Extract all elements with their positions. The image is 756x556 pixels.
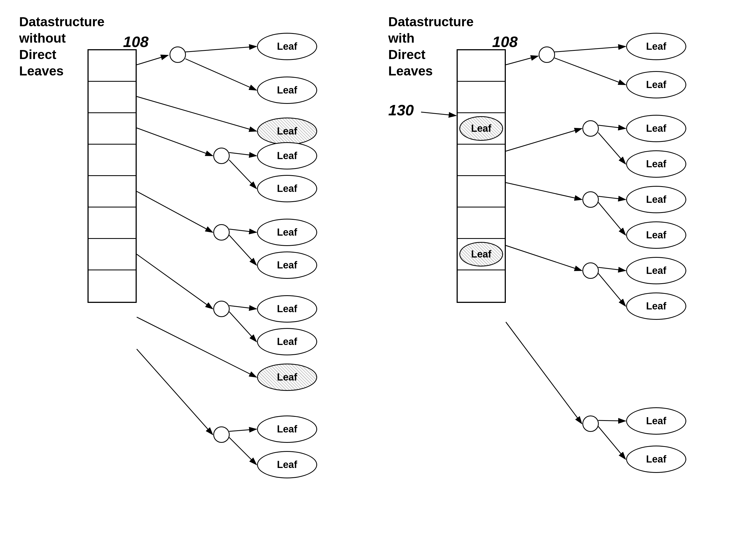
right-label-108: 108 bbox=[492, 33, 518, 50]
left-node-5 bbox=[213, 426, 230, 443]
svg-line-32 bbox=[506, 322, 582, 424]
left-leaf-9: Leaf bbox=[257, 328, 317, 355]
svg-line-20 bbox=[554, 46, 626, 52]
svg-line-23 bbox=[506, 129, 582, 151]
svg-line-6 bbox=[229, 152, 256, 156]
svg-line-2 bbox=[185, 46, 256, 52]
svg-line-3 bbox=[185, 59, 256, 90]
right-node-5 bbox=[582, 416, 599, 432]
left-node-4 bbox=[213, 301, 230, 317]
svg-line-31 bbox=[598, 273, 626, 306]
right-leaf-7: Leaf bbox=[626, 257, 686, 284]
left-leaf-4: Leaf bbox=[257, 142, 317, 170]
svg-line-10 bbox=[229, 235, 256, 265]
svg-line-9 bbox=[229, 229, 256, 232]
right-cell-1 bbox=[458, 50, 505, 82]
svg-line-33 bbox=[598, 420, 626, 421]
svg-line-28 bbox=[598, 202, 626, 235]
right-node-2 bbox=[582, 120, 599, 137]
left-leaf-10-dotted: Leaf bbox=[257, 363, 317, 391]
left-leaf-5: Leaf bbox=[257, 175, 317, 202]
left-node-2 bbox=[213, 148, 230, 164]
svg-line-34 bbox=[598, 426, 626, 459]
svg-line-22 bbox=[421, 112, 456, 116]
right-leaf-5: Leaf bbox=[626, 186, 686, 213]
right-leaf-8: Leaf bbox=[626, 292, 686, 320]
right-array-block: Leaf Leaf bbox=[457, 49, 506, 303]
svg-line-5 bbox=[137, 128, 213, 156]
left-cell-3 bbox=[89, 113, 136, 145]
left-diagram: Datastructure without Direct Leaves 108 bbox=[16, 11, 358, 544]
left-leaf-3-dotted: Leaf bbox=[257, 117, 317, 145]
left-label-108: 108 bbox=[123, 33, 148, 50]
svg-line-8 bbox=[137, 192, 213, 232]
left-cell-8 bbox=[89, 270, 136, 302]
left-leaf-7: Leaf bbox=[257, 251, 317, 279]
left-leaf-6: Leaf bbox=[257, 219, 317, 246]
right-leaf-1: Leaf bbox=[626, 33, 686, 60]
left-leaf-8: Leaf bbox=[257, 295, 317, 322]
svg-line-15 bbox=[137, 349, 213, 435]
left-array-block bbox=[88, 49, 137, 303]
left-cell-7 bbox=[89, 239, 136, 270]
left-leaf-2: Leaf bbox=[257, 76, 317, 104]
right-direct-leaf-1: Leaf bbox=[459, 116, 503, 141]
right-leaf-3: Leaf bbox=[626, 115, 686, 142]
svg-line-21 bbox=[554, 58, 626, 85]
svg-line-25 bbox=[598, 133, 626, 164]
svg-line-1 bbox=[137, 55, 168, 65]
left-leaf-1: Leaf bbox=[257, 33, 317, 60]
left-cell-6 bbox=[89, 207, 136, 239]
right-node-4 bbox=[582, 263, 599, 279]
right-leaf-4: Leaf bbox=[626, 150, 686, 178]
right-cell-3-direct: Leaf bbox=[458, 113, 505, 145]
right-direct-leaf-2: Leaf bbox=[459, 242, 503, 267]
left-cell-4 bbox=[89, 145, 136, 176]
svg-line-4 bbox=[137, 97, 256, 131]
left-leaf-12: Leaf bbox=[257, 451, 317, 478]
svg-line-14 bbox=[137, 317, 256, 377]
svg-line-19 bbox=[506, 56, 538, 65]
right-cell-7-direct: Leaf bbox=[458, 239, 505, 270]
right-node-1 bbox=[539, 46, 555, 63]
right-cell-8 bbox=[458, 270, 505, 302]
left-node-1 bbox=[170, 46, 186, 63]
right-leaf-10: Leaf bbox=[626, 446, 686, 473]
right-cell-5 bbox=[458, 176, 505, 207]
svg-line-26 bbox=[506, 183, 582, 200]
left-cell-5 bbox=[89, 176, 136, 207]
right-leaf-6: Leaf bbox=[626, 221, 686, 249]
right-cell-2 bbox=[458, 82, 505, 113]
right-diagram-title: Datastructure with Direct Leaves bbox=[388, 14, 454, 79]
svg-line-12 bbox=[229, 306, 256, 309]
svg-line-29 bbox=[506, 245, 582, 271]
left-leaf-11: Leaf bbox=[257, 416, 317, 443]
svg-line-13 bbox=[229, 312, 256, 342]
svg-line-27 bbox=[598, 196, 626, 200]
svg-line-30 bbox=[598, 267, 626, 271]
main-container: Datastructure without Direct Leaves 108 bbox=[0, 0, 756, 556]
svg-line-24 bbox=[598, 125, 626, 129]
left-diagram-title: Datastructure without Direct Leaves bbox=[19, 14, 85, 79]
left-node-3 bbox=[213, 224, 230, 241]
left-cell-1 bbox=[89, 50, 136, 82]
svg-line-17 bbox=[229, 438, 256, 465]
right-label-130: 130 bbox=[388, 101, 414, 119]
right-cell-6 bbox=[458, 207, 505, 239]
svg-line-16 bbox=[229, 429, 256, 431]
left-cell-2 bbox=[89, 82, 136, 113]
svg-line-7 bbox=[229, 160, 256, 188]
right-node-3 bbox=[582, 192, 599, 208]
right-cell-4 bbox=[458, 145, 505, 176]
right-leaf-9: Leaf bbox=[626, 407, 686, 435]
svg-line-11 bbox=[137, 254, 213, 309]
right-diagram: Datastructure with Direct Leaves 108 130… bbox=[385, 11, 727, 544]
right-leaf-2: Leaf bbox=[626, 71, 686, 98]
